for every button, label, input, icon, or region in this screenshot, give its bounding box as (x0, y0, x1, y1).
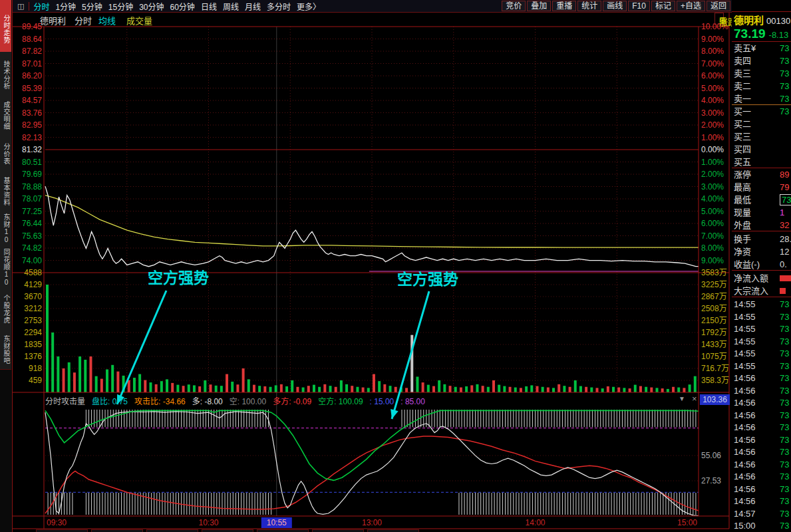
tool-button-统计[interactable]: 统计 (577, 1, 601, 11)
sidebar-item-8[interactable]: 个股龙虎 (0, 286, 11, 329)
price-axis-label: 87.01 (22, 59, 42, 68)
period-tab-更多〉[interactable]: 更多〉 (297, 1, 321, 12)
volume-axis-label: 4129 (24, 280, 42, 289)
stat-外盘-value: 32 (780, 219, 789, 231)
indicator-title[interactable]: 分时攻击量 (45, 395, 85, 406)
price-axis-label: 75.63 (22, 231, 42, 241)
window-split-icon[interactable]: ◫ (17, 2, 29, 11)
price-axis-label: 77.25 (22, 207, 42, 216)
period-tab-60分钟[interactable]: 60分钟 (170, 1, 195, 12)
legend-volume[interactable]: 成交量 (126, 14, 152, 27)
period-tab-15分钟[interactable]: 15分钟 (108, 1, 133, 12)
bottom-tab-3[interactable] (146, 529, 198, 532)
ask-row-3: 卖三73 (732, 67, 791, 80)
ask-row-1-label: 卖一 (734, 92, 751, 105)
tick-price: 73 (780, 470, 789, 483)
sidebar-item-9[interactable]: 东财股吧 (0, 327, 11, 370)
volume-bar (128, 380, 130, 392)
bottom-tab-1[interactable] (36, 529, 88, 532)
tool-button-+自选[interactable]: +自选 (677, 1, 705, 11)
volume-bar (645, 387, 647, 392)
volume-bar (182, 386, 185, 392)
bottom-tab-4[interactable] (202, 529, 253, 532)
stat-外盘: 外盘32 (732, 219, 791, 231)
sidebar-item-5[interactable]: 基本资料 (0, 168, 11, 211)
volume-bar (253, 385, 255, 392)
price-axis-label: 81.32 (22, 145, 42, 154)
tool-button-标记[interactable]: 标记 (651, 1, 675, 11)
volume-bar (547, 388, 550, 392)
period-tab-分时[interactable]: 分时 (33, 1, 49, 12)
volume-bar (193, 385, 196, 392)
ask-row-5: 卖五¥73 (732, 42, 791, 55)
price-axis-label: 88.64 (22, 35, 42, 44)
volume-bar (422, 382, 424, 392)
price-axis-label: 74.00 (22, 256, 42, 265)
volume-bar (629, 388, 631, 392)
volume-axis-label: 3212 (24, 304, 42, 313)
period-tab-月线[interactable]: 月线 (245, 1, 261, 12)
volume-axis-label: 1835 (24, 340, 42, 349)
stat-最低-label: 最低 (734, 194, 751, 206)
volume-bar (416, 376, 418, 392)
volume-axis-label-right: 2150万 (701, 316, 727, 325)
bottom-tab-6[interactable] (312, 529, 364, 532)
tool-button-竞价[interactable]: 竞价 (502, 1, 526, 11)
bottom-tab-2[interactable] (91, 529, 143, 532)
sidebar-item-4[interactable]: 分价表 (0, 133, 11, 171)
volume-bar (100, 379, 103, 392)
tick-row-13: 14:5673 (732, 446, 791, 458)
period-tab-5分钟[interactable]: 5分钟 (82, 1, 102, 12)
indicator-collapse-icon[interactable]: ▼ (679, 395, 685, 402)
volume-bar (612, 387, 615, 392)
stat-涨停-label: 涨停 (734, 168, 751, 181)
tool-button-重播[interactable]: 重播 (552, 1, 576, 11)
sidebar-item-1[interactable]: 分时走势 (0, 0, 11, 55)
bid-row-4-label: 买四 (734, 143, 751, 156)
period-tab-日线[interactable]: 日线 (201, 1, 217, 12)
limit-analysis-button[interactable]: 涨跌停分析 ⊕ ◫ (714, 13, 724, 25)
tick-price: 73 (780, 372, 789, 384)
indicator-close-icon[interactable]: × (692, 394, 697, 404)
sidebar-item-2[interactable]: 技术分析 (0, 52, 11, 95)
tick-time: 14:55 (734, 335, 756, 348)
period-tab-多分时[interactable]: 多分时 (267, 1, 291, 12)
volume-bar (650, 388, 653, 392)
percent-axis-label: 4.00% (701, 194, 724, 203)
price-axis-label: 79.69 (22, 170, 42, 179)
price-axis-label: 86.20 (22, 71, 42, 80)
percent-axis-label: 8.00% (701, 47, 724, 56)
volume-bar (73, 372, 76, 392)
tool-button-叠加[interactable]: 叠加 (527, 1, 551, 11)
tool-button-画线[interactable]: 画线 (603, 1, 627, 11)
period-tab-1分钟[interactable]: 1分钟 (55, 1, 76, 12)
flow-label: 大宗流入 (734, 285, 768, 297)
volume-bar (247, 379, 250, 392)
sidebar-item-7[interactable]: 同花顺10 (0, 243, 11, 289)
sidebar-item-3[interactable]: 成交明细 (0, 92, 11, 136)
tool-button-F10[interactable]: F10 (628, 1, 650, 11)
percent-axis-label: 7.00% (701, 59, 724, 68)
volume-bar (574, 380, 577, 392)
tick-time: 14:56 (734, 458, 756, 471)
bottom-tab-5[interactable] (257, 529, 309, 532)
period-tab-周线[interactable]: 周线 (223, 1, 239, 12)
quote-panel: 德明利00130 73.19-8.13 卖五¥73卖四73卖三73卖二73卖一7… (732, 0, 791, 532)
split-pane-icon[interactable]: ◫ (719, 15, 726, 25)
bottom-tab-7[interactable] (367, 529, 419, 532)
period-tab-30分钟[interactable]: 30分钟 (139, 1, 164, 12)
tool-button-返回[interactable]: 返回 (707, 1, 730, 11)
annotation-text-1: 空方强势 (148, 269, 209, 287)
indicator-axis-label: 55.06 (701, 451, 721, 460)
volume-axis-label-right: 2867万 (701, 292, 727, 301)
sidebar-item-6[interactable]: 东财10 (0, 209, 11, 245)
volume-bar (677, 388, 680, 392)
legend-avg-line[interactable]: 均线 (98, 14, 116, 27)
volume-axis-label-right: 3225万 (701, 280, 727, 289)
tick-price: 73 (780, 421, 789, 434)
volume-bar (530, 385, 533, 392)
tick-row-4: 14:5573 (732, 335, 791, 348)
volume-bar (655, 388, 658, 392)
tick-row-2: 14:5573 (732, 311, 791, 323)
indicator-field-15.00: : 15.00 (370, 397, 395, 406)
